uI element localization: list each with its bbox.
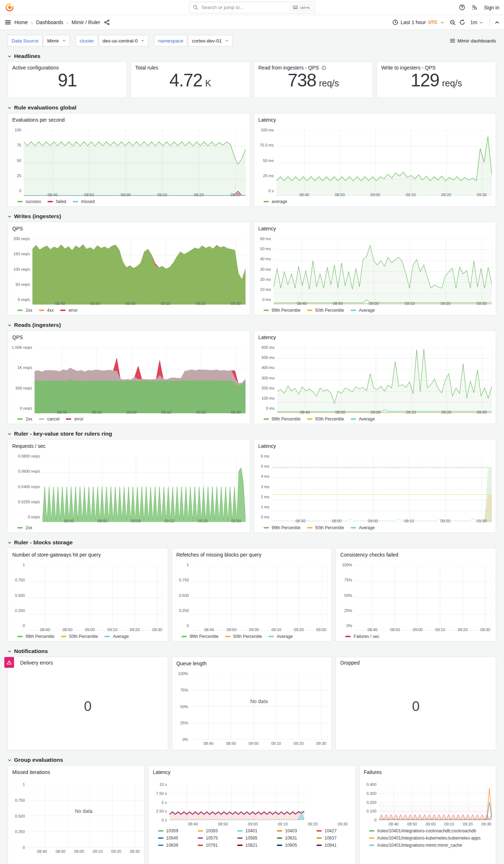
panel-title[interactable]: Total rules: [135, 65, 246, 71]
panel-title[interactable]: Latency: [153, 769, 351, 776]
info-icon[interactable]: [321, 66, 326, 70]
legend-item[interactable]: Average: [351, 417, 375, 422]
panel-title[interactable]: Refetches of missing blocks per query: [176, 551, 328, 558]
legend-item[interactable]: 50th Percentile: [307, 308, 344, 313]
chart-canvas[interactable]: [27, 565, 163, 631]
chart-canvas[interactable]: [276, 130, 492, 196]
legend-item[interactable]: 10401: [237, 828, 272, 833]
panel-title[interactable]: QPS: [12, 225, 246, 232]
panel-title[interactable]: Number of store-gateways hit per query: [12, 551, 163, 558]
legend-item[interactable]: 99th Percentile: [264, 308, 301, 313]
section-blocks-storage[interactable]: Ruler - blocks storage: [8, 539, 496, 546]
legend-item[interactable]: 99th Percentile: [264, 525, 301, 530]
news-rss-icon[interactable]: [472, 5, 477, 10]
panel-title[interactable]: Requests / sec: [12, 442, 246, 450]
legend-item[interactable]: /rules/10401/integrations-kubernetes;kub…: [369, 836, 481, 841]
legend-item[interactable]: 10941: [316, 843, 351, 848]
legend-item[interactable]: 99th Percentile: [264, 417, 301, 422]
section-notifications[interactable]: Notifications: [8, 648, 496, 654]
collapse-toolbar-icon[interactable]: [495, 20, 499, 25]
section-group-evaluations[interactable]: Group evaluations: [8, 757, 496, 763]
namespace-picker[interactable]: cortex-dev-01: [188, 35, 233, 46]
chart-canvas[interactable]: [192, 565, 328, 631]
legend-item[interactable]: 50th Percentile: [307, 525, 344, 530]
refresh-icon[interactable]: [459, 19, 465, 25]
section-kv-store[interactable]: Ruler - key-value store for rulers ring: [8, 431, 496, 437]
panel-title[interactable]: QPS: [12, 334, 246, 341]
legend-item[interactable]: missed: [73, 199, 95, 204]
chart-canvas[interactable]: [191, 674, 328, 739]
legend-item[interactable]: Failures / sec: [345, 634, 379, 639]
panel-title[interactable]: Failures: [364, 769, 492, 776]
legend-item[interactable]: error: [60, 308, 77, 313]
legend-item[interactable]: 50th Percentile: [307, 417, 344, 422]
datasource-picker[interactable]: Mimir: [43, 35, 70, 46]
breadcrumb-dashboards[interactable]: Dashboards: [36, 19, 63, 25]
panel-title[interactable]: Latency: [258, 442, 492, 450]
panel-title[interactable]: Latency: [258, 225, 492, 232]
panel-title[interactable]: Read from ingesters - QPS: [258, 65, 369, 71]
chart-canvas[interactable]: [379, 784, 492, 820]
legend-item[interactable]: 99th Percentile: [181, 634, 219, 639]
sign-in-link[interactable]: Sign in: [484, 5, 499, 10]
share-icon[interactable]: [104, 19, 110, 25]
chart-canvas[interactable]: [170, 784, 304, 820]
chart-canvas[interactable]: [32, 239, 246, 305]
section-headlines[interactable]: Headlines: [8, 53, 496, 59]
legend-item[interactable]: 10639: [158, 843, 193, 848]
chart-canvas[interactable]: [272, 456, 492, 522]
chart-canvas[interactable]: [355, 565, 491, 631]
legend-item[interactable]: Average: [104, 634, 129, 639]
panel-title[interactable]: Evaluations per second: [12, 116, 246, 123]
legend-item[interactable]: 10393: [198, 828, 232, 833]
legend-item[interactable]: failed: [48, 199, 66, 204]
legend-item[interactable]: 4xx: [39, 308, 54, 313]
legend-item[interactable]: 10585: [237, 836, 272, 841]
legend-item[interactable]: error: [66, 417, 83, 422]
section-rule-evaluations[interactable]: Rule evaluations global: [8, 104, 496, 111]
panel-title[interactable]: Latency: [258, 116, 492, 123]
legend-item[interactable]: 10631: [277, 836, 311, 841]
legend-item[interactable]: 10637: [316, 836, 351, 841]
refresh-interval-picker[interactable]: 1m: [469, 17, 485, 28]
legend-item[interactable]: 2xx: [17, 417, 32, 422]
chart-canvas[interactable]: [277, 347, 492, 413]
chart-canvas[interactable]: [35, 347, 246, 413]
legend-item[interactable]: 50th Percentile: [61, 634, 98, 639]
help-icon[interactable]: [459, 4, 465, 10]
panel-title[interactable]: Queue length: [176, 660, 328, 667]
breadcrumb-home[interactable]: Home: [14, 19, 28, 25]
panel-title[interactable]: Delivery errors: [12, 660, 163, 666]
panel-title[interactable]: Latency: [258, 334, 492, 341]
legend-item[interactable]: 10821: [237, 843, 272, 848]
legend-item[interactable]: 10359: [158, 828, 193, 833]
chart-canvas[interactable]: [24, 130, 246, 196]
legend-item[interactable]: 2xx: [17, 525, 32, 530]
search-box[interactable]: ctrl+k: [189, 2, 315, 13]
zoom-out-icon[interactable]: [450, 19, 456, 26]
legend-item[interactable]: 10575: [198, 836, 232, 841]
cluster-picker[interactable]: dev-us-central-0: [99, 35, 149, 46]
panel-title[interactable]: Dropped: [340, 660, 491, 666]
mega-menu-icon[interactable]: [5, 19, 11, 26]
section-writes[interactable]: Writes (ingesters): [8, 213, 496, 220]
grafana-logo[interactable]: [5, 3, 14, 12]
legend-item[interactable]: cancel: [39, 417, 60, 422]
chart-canvas[interactable]: [274, 239, 492, 305]
chart-canvas[interactable]: [27, 784, 163, 847]
mimir-dashboards-link[interactable]: Mimir dashboards: [450, 38, 496, 44]
legend-item[interactable]: Average: [269, 634, 293, 639]
legend-item[interactable]: 10403: [277, 828, 311, 833]
legend-item[interactable]: Average: [351, 525, 375, 530]
legend-item[interactable]: /rules/10401/integrations-mimir;mimir_ca…: [369, 843, 462, 848]
panel-title[interactable]: Missed iterations: [12, 769, 140, 776]
section-reads[interactable]: Reads (ingesters): [8, 322, 496, 328]
legend-item[interactable]: Average: [351, 308, 375, 313]
legend-item[interactable]: 50th Percentile: [225, 634, 262, 639]
legend-item[interactable]: 10905: [277, 843, 311, 848]
legend-item[interactable]: success: [17, 199, 41, 204]
legend-item[interactable]: 99th Percentile: [17, 634, 54, 639]
alert-state-badge[interactable]: [4, 657, 14, 668]
legend-item[interactable]: 10427: [316, 828, 351, 833]
chart-canvas[interactable]: [42, 456, 246, 522]
